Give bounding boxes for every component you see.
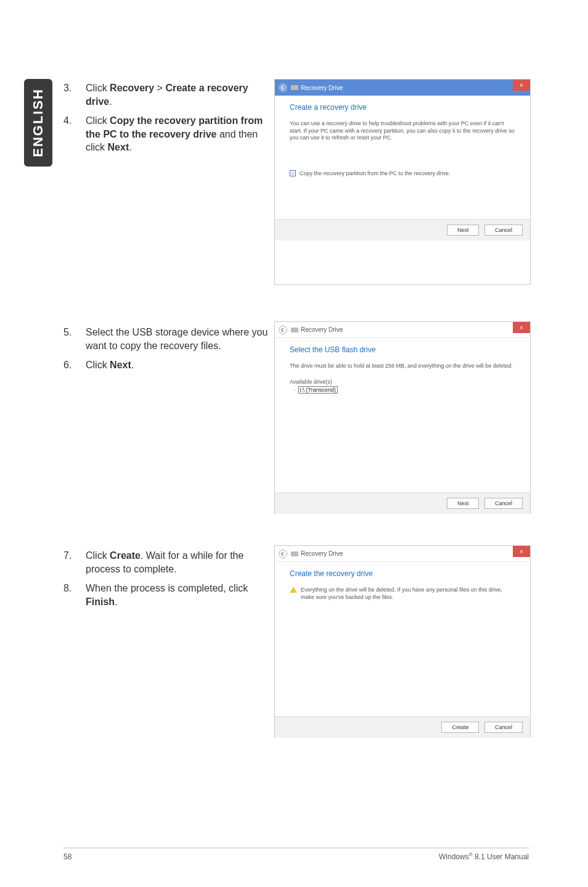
next-button[interactable]: Next bbox=[447, 225, 480, 236]
step-4: 4. Click Copy the recovery partition fro… bbox=[63, 114, 270, 154]
dialog-footer: Next Cancel bbox=[275, 219, 530, 241]
step-text: Click Create. Wait for a while for the p… bbox=[86, 549, 270, 576]
close-icon[interactable]: × bbox=[513, 546, 530, 557]
warning-text: Everything on the drive will be deleted.… bbox=[301, 587, 515, 601]
dialog-body: Select the USB flash drive The drive mus… bbox=[275, 338, 530, 492]
dialog-title: Recovery Drive bbox=[301, 326, 343, 333]
language-tab: ENGLISH bbox=[24, 79, 52, 167]
instructions-block-3: 7. Click Create. Wait for a while for th… bbox=[63, 549, 270, 614]
warning-icon bbox=[290, 587, 297, 593]
close-icon[interactable]: × bbox=[513, 80, 530, 91]
step-text: When the process is completed, click Fin… bbox=[86, 582, 270, 608]
step-text: Select the USB storage device where you … bbox=[86, 326, 270, 352]
dialog-titlebar[interactable]: Recovery Drive × bbox=[275, 80, 530, 96]
step-number: 7. bbox=[63, 549, 86, 576]
dialog-footer: Next Cancel bbox=[275, 492, 530, 514]
back-icon[interactable] bbox=[279, 326, 287, 334]
step-3: 3. Click Recovery > Create a recovery dr… bbox=[63, 81, 270, 108]
cancel-button[interactable]: Cancel bbox=[484, 722, 523, 733]
step-text: Click Copy the recovery partition from t… bbox=[86, 114, 270, 154]
dialog-text: You can use a recovery drive to help tro… bbox=[290, 120, 515, 142]
instructions-block-1: 3. Click Recovery > Create a recovery dr… bbox=[63, 81, 270, 160]
drive-list: ·· I:\ (Transcend) bbox=[290, 385, 515, 394]
step-text: Click Next. bbox=[86, 358, 270, 372]
next-button[interactable]: Next bbox=[447, 498, 480, 509]
step-number: 6. bbox=[63, 358, 86, 372]
drive-icon bbox=[291, 551, 298, 556]
step-text: Click Recovery > Create a recovery drive… bbox=[86, 81, 270, 108]
dialog-titlebar[interactable]: Recovery Drive × bbox=[275, 322, 530, 338]
dialog-heading: Create a recovery drive bbox=[290, 103, 515, 112]
dialog-text: The drive must be able to hold at least … bbox=[290, 363, 515, 370]
page-number: 58 bbox=[63, 852, 71, 861]
close-icon[interactable]: × bbox=[513, 322, 530, 333]
step-5: 5. Select the USB storage device where y… bbox=[63, 326, 270, 352]
back-icon[interactable] bbox=[279, 550, 287, 558]
step-7: 7. Click Create. Wait for a while for th… bbox=[63, 549, 270, 576]
step-number: 8. bbox=[63, 582, 86, 608]
cancel-button[interactable]: Cancel bbox=[484, 498, 523, 509]
dialog-titlebar[interactable]: Recovery Drive × bbox=[275, 546, 530, 562]
create-button[interactable]: Create bbox=[441, 722, 479, 733]
dialog-title: Recovery Drive bbox=[301, 85, 343, 91]
step-number: 5. bbox=[63, 326, 86, 352]
dialog-body: Create a recovery drive You can use a re… bbox=[275, 96, 530, 219]
cancel-button[interactable]: Cancel bbox=[484, 225, 523, 236]
recovery-drive-dialog-create: Recovery Drive × Create a recovery drive… bbox=[274, 79, 531, 285]
drive-option[interactable]: I:\ (Transcend) bbox=[298, 386, 338, 394]
manual-title: Windows® 8.1 User Manual bbox=[439, 852, 529, 861]
dialog-footer: Create Cancel bbox=[275, 716, 530, 738]
dialog-heading: Create the recovery drive bbox=[290, 569, 515, 578]
step-8: 8. When the process is completed, click … bbox=[63, 582, 270, 608]
step-6: 6. Click Next. bbox=[63, 358, 270, 372]
checkbox-icon: ✓ bbox=[290, 170, 296, 176]
dialog-title: Recovery Drive bbox=[301, 550, 343, 557]
checkbox-label: Copy the recovery partition from the PC … bbox=[300, 170, 451, 176]
instructions-block-2: 5. Select the USB storage device where y… bbox=[63, 326, 270, 378]
recovery-drive-dialog-confirm: Recovery Drive × Create the recovery dri… bbox=[274, 545, 531, 738]
step-number: 4. bbox=[63, 114, 86, 154]
copy-partition-checkbox[interactable]: ✓ Copy the recovery partition from the P… bbox=[290, 170, 515, 176]
step-number: 3. bbox=[63, 81, 86, 108]
language-tab-label: ENGLISH bbox=[30, 88, 46, 157]
drive-icon bbox=[291, 85, 298, 90]
dialog-body: Create the recovery drive Everything on … bbox=[275, 562, 530, 716]
dialog-heading: Select the USB flash drive bbox=[290, 345, 515, 354]
drive-icon bbox=[291, 328, 298, 332]
footer-divider bbox=[63, 848, 529, 849]
warning-row: Everything on the drive will be deleted.… bbox=[290, 587, 515, 601]
recovery-drive-dialog-select: Recovery Drive × Select the USB flash dr… bbox=[274, 321, 531, 514]
back-icon[interactable] bbox=[279, 83, 287, 92]
available-drives-label: Available drive(s) bbox=[290, 379, 515, 385]
